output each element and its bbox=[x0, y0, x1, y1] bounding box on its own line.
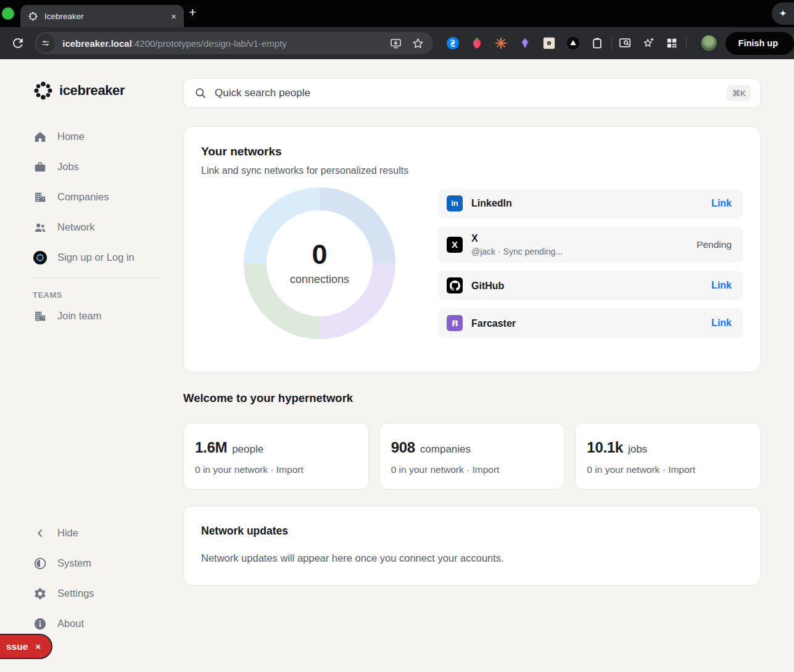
url-text[interactable]: icebreaker.local:4200/prototypes/design-… bbox=[62, 38, 380, 49]
url-bar[interactable]: icebreaker.local:4200/prototypes/design-… bbox=[35, 32, 433, 54]
beige-extension-icon[interactable] bbox=[542, 36, 556, 50]
browser-toolbar: › icebreaker.local:4200/prototypes/desig… bbox=[0, 27, 794, 59]
starburst-extension-icon[interactable] bbox=[494, 36, 508, 50]
install-app-icon[interactable] bbox=[389, 37, 402, 50]
traffic-light-green[interactable] bbox=[2, 7, 14, 20]
main-content: ⌘K Your networks Link and sync networks … bbox=[183, 59, 794, 672]
your-networks-card: Your networks Link and sync networks for… bbox=[183, 126, 761, 372]
briefcase-icon bbox=[33, 160, 48, 174]
gear-icon bbox=[33, 586, 48, 601]
welcome-heading: Welcome to your hypernetwork bbox=[183, 391, 761, 405]
shazam-extension-icon[interactable] bbox=[446, 36, 460, 50]
url-host: icebreaker.local bbox=[62, 38, 132, 49]
browser-tab[interactable]: Icebreaker × bbox=[20, 5, 184, 27]
brand-logo[interactable]: icebreaker bbox=[33, 80, 159, 101]
bookmark-star-icon[interactable] bbox=[411, 37, 424, 50]
sidebar-item-companies[interactable]: Companies bbox=[33, 182, 159, 212]
quick-search-bar[interactable]: ⌘K bbox=[183, 78, 761, 108]
stat-label: jobs bbox=[628, 443, 647, 456]
reload-icon[interactable] bbox=[10, 36, 25, 51]
issue-button-label: ssue bbox=[6, 641, 28, 652]
stat-subtext[interactable]: 0 in your network · Import bbox=[391, 464, 553, 475]
stat-subtext[interactable]: 0 in your network · Import bbox=[587, 464, 749, 475]
chevron-left-icon bbox=[33, 526, 48, 541]
search-input[interactable] bbox=[215, 87, 727, 99]
stat-value: 908 bbox=[391, 439, 415, 456]
stat-subtext[interactable]: 0 in your network · Import bbox=[195, 464, 357, 475]
favorites-sparkle-icon[interactable] bbox=[642, 36, 655, 50]
brand-wordmark: icebreaker bbox=[59, 83, 125, 99]
close-icon[interactable]: × bbox=[35, 641, 41, 652]
updates-title: Network updates bbox=[201, 525, 743, 538]
sidebar-item-label: System bbox=[57, 557, 91, 569]
sidebar-item-settings[interactable]: Settings bbox=[33, 578, 159, 608]
sidebar-item-network[interactable]: Network bbox=[33, 212, 159, 242]
updates-empty-message: Network updates will appear here once yo… bbox=[201, 552, 743, 564]
network-rows: in LinkedIn Link X X @jack · Sync pendin… bbox=[438, 189, 743, 338]
sidebar-item-system[interactable]: System bbox=[33, 548, 159, 578]
network-row-x[interactable]: X X @jack · Sync pending... Pending bbox=[438, 226, 743, 263]
clipboard-extension-icon[interactable] bbox=[590, 36, 604, 50]
sidebar-item-label: Companies bbox=[57, 191, 109, 203]
stat-value: 1.6M bbox=[195, 439, 227, 456]
sidebar-item-label: Settings bbox=[57, 588, 94, 599]
network-row-github[interactable]: GitHub Link bbox=[438, 271, 743, 300]
sidebar-item-join-team[interactable]: Join team bbox=[33, 301, 159, 331]
people-icon bbox=[33, 220, 48, 235]
sparkle-button[interactable]: ✦ bbox=[772, 2, 794, 25]
sidebar-item-hide[interactable]: Hide bbox=[33, 518, 159, 548]
network-subtitle: @jack · Sync pending... bbox=[471, 247, 563, 256]
favicon-icebreaker-icon bbox=[28, 11, 38, 22]
search-tabs-icon[interactable] bbox=[618, 36, 632, 50]
url-path: :4200/prototypes/design-lab/v1-empty bbox=[132, 38, 287, 49]
network-row-farcaster[interactable]: Farcaster Link bbox=[438, 308, 743, 338]
connections-donut-zone: 0 connections bbox=[201, 180, 438, 339]
sidebar-item-about[interactable]: About bbox=[33, 608, 159, 639]
sidebar-divider bbox=[33, 277, 159, 278]
network-updates-card: Network updates Network updates will app… bbox=[183, 506, 761, 586]
sidebar-item-home[interactable]: Home bbox=[33, 121, 159, 152]
qr-grid-icon[interactable] bbox=[665, 36, 679, 50]
tab-close-icon[interactable]: × bbox=[171, 11, 176, 22]
stats-row: 1.6M people 0 in your network · Import 9… bbox=[183, 423, 761, 490]
pending-status: Pending bbox=[697, 239, 732, 250]
sidebar-item-label: Sign up or Log in bbox=[57, 252, 134, 263]
link-action[interactable]: Link bbox=[711, 198, 732, 209]
teams-section-label: TEAMS bbox=[33, 290, 159, 300]
stat-card-jobs[interactable]: 10.1k jobs 0 in your network · Import bbox=[575, 423, 761, 490]
sidebar-item-signup[interactable]: Sign up or Log in bbox=[33, 242, 159, 272]
network-name: LinkedIn bbox=[471, 197, 512, 209]
extensions-row bbox=[446, 36, 604, 50]
sidebar-item-label: Join team bbox=[57, 310, 102, 322]
crystal-extension-icon[interactable] bbox=[518, 36, 532, 50]
site-info-icon[interactable] bbox=[36, 34, 55, 52]
link-action[interactable]: Link bbox=[711, 280, 732, 291]
link-action[interactable]: Link bbox=[711, 318, 732, 329]
triangle-extension-icon[interactable] bbox=[566, 36, 580, 50]
tab-strip: Icebreaker × + ✦ bbox=[0, 0, 794, 27]
stat-value: 10.1k bbox=[587, 439, 623, 456]
report-issue-button[interactable]: ssue × bbox=[0, 634, 52, 659]
finish-up-button[interactable]: Finish up bbox=[726, 32, 794, 55]
x-icon: X bbox=[447, 237, 463, 253]
home-icon bbox=[33, 129, 48, 144]
stat-card-people[interactable]: 1.6M people 0 in your network · Import bbox=[183, 423, 369, 490]
stat-card-companies[interactable]: 908 companies 0 in your network · Import bbox=[379, 423, 565, 490]
connections-label: connections bbox=[290, 273, 349, 286]
sidebar-item-jobs[interactable]: Jobs bbox=[33, 152, 159, 182]
sidebar-item-label: About bbox=[57, 618, 84, 629]
strawberry-extension-icon[interactable] bbox=[470, 36, 484, 50]
search-icon bbox=[194, 87, 207, 99]
github-icon bbox=[447, 277, 463, 293]
sidebar-item-label: Network bbox=[57, 221, 95, 233]
info-icon bbox=[33, 617, 48, 631]
profile-avatar[interactable] bbox=[700, 35, 717, 52]
networks-card-title: Your networks bbox=[201, 145, 743, 158]
stat-label: people bbox=[232, 443, 263, 456]
network-name: Farcaster bbox=[471, 318, 516, 329]
network-name: X bbox=[471, 232, 563, 244]
sidebar-item-label: Home bbox=[57, 131, 85, 142]
new-tab-button[interactable]: + bbox=[189, 5, 196, 20]
network-row-linkedin[interactable]: in LinkedIn Link bbox=[438, 189, 743, 218]
network-name: GitHub bbox=[471, 280, 504, 292]
